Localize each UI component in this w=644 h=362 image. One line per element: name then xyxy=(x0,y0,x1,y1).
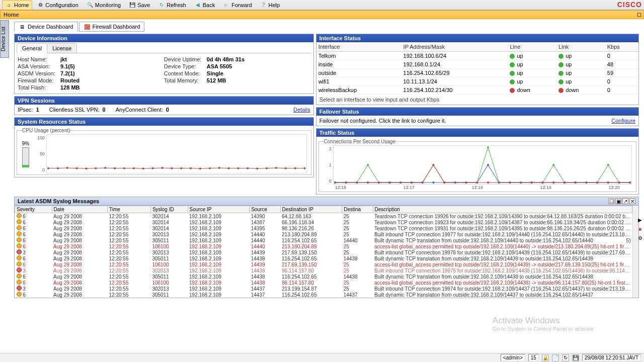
help-toolbar-button[interactable]: ?Help xyxy=(257,0,284,10)
syslog-detach-icon[interactable]: ↗ xyxy=(622,198,628,204)
refresh-icon: ↻ xyxy=(158,2,165,9)
device-info-key: ASDM Version: xyxy=(18,70,60,76)
device-info-key: Firewall Mode: xyxy=(18,77,60,83)
interface-row[interactable]: inside192.168.0.1/24upup48 xyxy=(316,60,638,69)
iface-column-header[interactable]: IP Address/Mask xyxy=(401,42,508,52)
svg-point-18 xyxy=(218,167,220,169)
svg-point-101 xyxy=(520,182,522,184)
syslog-row[interactable]: 6Aug 29 200812:20:55302014192.168.2.1091… xyxy=(15,219,632,225)
svg-point-92 xyxy=(421,182,423,184)
svg-point-19 xyxy=(228,167,230,169)
svg-point-4 xyxy=(85,167,87,169)
back-toolbar-button[interactable]: ◀Back xyxy=(191,0,218,10)
syslog-column-header[interactable]: Destina xyxy=(342,206,373,213)
vpn-session-label: AnyConnect Client: xyxy=(116,107,163,113)
syslog-row[interactable]: 3Aug 29 200812:20:55302013192.168.2.1091… xyxy=(15,267,632,274)
svg-point-89 xyxy=(388,182,390,184)
vpn-details-link[interactable]: Details xyxy=(293,107,310,113)
failover-status-title: Failover Status xyxy=(316,108,638,116)
tab-device-dashboard[interactable]: 🖥Device Dashboard xyxy=(14,22,78,32)
device-list-tab[interactable]: Device List xyxy=(0,20,9,58)
syslog-row[interactable]: 6Aug 29 200812:20:55106100192.168.2.1091… xyxy=(15,280,632,286)
interface-table[interactable]: InterfaceIP Address/MaskLineLinkKbpsTelk… xyxy=(316,42,638,95)
svg-point-14 xyxy=(180,167,182,169)
syslog-table[interactable]: SeverityDateTimeSyslog IDSource IPSource… xyxy=(15,206,632,298)
syslog-column-header[interactable]: Date xyxy=(52,206,107,213)
syslog-row[interactable]: 6Aug 29 200812:20:55302014192.168.2.1091… xyxy=(15,225,632,231)
syslog-row[interactable]: 6Aug 29 200812:20:55305011192.168.2.1091… xyxy=(15,274,632,280)
tab-general[interactable]: General xyxy=(17,43,47,53)
syslog-column-header[interactable]: Source xyxy=(250,206,280,213)
svg-point-93 xyxy=(432,164,434,166)
iface-column-header[interactable]: Kbps xyxy=(605,42,638,52)
svg-point-23 xyxy=(266,167,268,169)
interface-row[interactable]: outside116.254.102.65/29upup59 xyxy=(316,69,638,77)
syslog-row[interactable]: 3Aug 29 200812:20:55302013192.168.2.1091… xyxy=(15,286,632,292)
failover-configure-link[interactable]: Configure xyxy=(611,118,635,124)
svg-point-20 xyxy=(237,167,239,169)
side-gear-icon[interactable]: ⚙ xyxy=(636,234,643,241)
side-stop-icon[interactable]: ■ xyxy=(636,225,643,232)
side-play-icon[interactable]: ▶ xyxy=(636,216,643,223)
syslog-column-header[interactable]: Destination IP xyxy=(280,206,342,213)
interface-row[interactable]: wirelessBackup116.254.102.214/30downdown… xyxy=(316,86,638,95)
svg-point-10 xyxy=(142,167,144,169)
page-close-icon[interactable]: ☐ xyxy=(637,12,641,18)
vpn-session-item: AnyConnect Client: 0 xyxy=(116,107,169,113)
status-refresh-icon[interactable]: ↻ xyxy=(562,354,569,361)
svg-point-12 xyxy=(161,167,163,169)
svg-point-84 xyxy=(334,182,336,184)
back-icon: ◀ xyxy=(194,2,201,9)
syslog-column-header[interactable]: Source IP xyxy=(188,206,250,213)
status-savebar-icon[interactable]: 💾 xyxy=(572,354,579,361)
refresh-toolbar-button[interactable]: ↻Refresh xyxy=(154,0,190,10)
vpn-session-label: Clientless SSL VPN: xyxy=(49,107,100,113)
device-info-value: 9.1(5) xyxy=(60,63,75,69)
svg-point-3 xyxy=(76,167,78,169)
svg-point-102 xyxy=(530,182,532,184)
syslog-row[interactable]: 6Aug 29 200812:20:55305011192.168.2.1091… xyxy=(15,237,632,243)
device-info-value: 7.2(1) xyxy=(60,70,75,76)
vpn-session-label: IPsec: xyxy=(18,107,33,113)
device-info-value: 0d 4h 48m 31s xyxy=(207,56,245,62)
save-toolbar-button[interactable]: 💾Save xyxy=(125,0,153,10)
device-information-panel: Device Information General License Host … xyxy=(14,34,314,94)
configuration-toolbar-button[interactable]: ⚙Configuration xyxy=(33,0,82,10)
syslog-column-header[interactable]: Severity xyxy=(15,206,52,213)
tab-license[interactable]: License xyxy=(47,43,77,53)
syslog-column-header[interactable]: Description xyxy=(373,206,632,213)
forward-toolbar-button[interactable]: ▶Forward xyxy=(219,0,255,10)
syslog-row[interactable]: 6Aug 29 200812:20:55302013192.168.2.1091… xyxy=(15,231,632,237)
syslog-column-header[interactable]: Time xyxy=(108,206,151,213)
syslog-row[interactable]: 6Aug 29 200812:20:55305011192.168.2.1091… xyxy=(15,255,632,261)
svg-point-87 xyxy=(367,182,369,184)
monitoring-toolbar-button[interactable]: 🔍Monitoring xyxy=(83,0,124,10)
syslog-close-icon[interactable]: ✕ xyxy=(629,198,635,204)
interface-row[interactable]: Telkom192.168.100.6/24upup0 xyxy=(316,52,638,60)
device-info-row: Device Uptime:0d 4h 48m 31s xyxy=(164,56,310,62)
device-info-key: ASA Version: xyxy=(18,63,60,69)
syslog-restore-icon[interactable]: ☐ xyxy=(608,198,614,204)
svg-point-111 xyxy=(629,182,631,184)
syslog-row[interactable]: 6Aug 29 200812:20:55302014192.168.2.1091… xyxy=(15,213,632,220)
syslog-row[interactable]: 6Aug 29 200812:20:55106100192.168.2.1091… xyxy=(15,243,632,249)
forward-icon: ▶ xyxy=(223,2,230,9)
status-lock-icon[interactable]: 🔒 xyxy=(542,354,549,361)
status-cert-icon[interactable]: 📄 xyxy=(552,354,559,361)
home-toolbar-button[interactable]: ⌂Home xyxy=(2,0,32,10)
syslog-row[interactable]: 6Aug 29 200812:20:55305011192.168.2.1091… xyxy=(15,292,632,298)
syslog-maximize-icon[interactable]: ▣ xyxy=(615,198,621,204)
syslog-column-header[interactable]: Syslog ID xyxy=(150,206,188,213)
syslog-row[interactable]: 6Aug 29 200812:20:55106100192.168.2.1091… xyxy=(15,261,632,267)
iface-column-header[interactable]: Interface xyxy=(316,42,401,52)
interface-row[interactable]: wifi110.11.13.1/24upup0 xyxy=(316,77,638,86)
svg-point-110 xyxy=(618,182,620,184)
dashboard-tabs: 🖥Device Dashboard 🧱Firewall Dashboard xyxy=(10,20,643,32)
help-label: Help xyxy=(269,2,280,8)
syslog-row[interactable]: 3Aug 29 200812:20:55302013192.168.2.1091… xyxy=(15,249,632,255)
svg-point-86 xyxy=(356,182,358,184)
svg-point-103 xyxy=(541,182,543,184)
tab-firewall-dashboard[interactable]: 🧱Firewall Dashboard xyxy=(79,22,145,32)
iface-column-header[interactable]: Link xyxy=(556,42,605,52)
iface-column-header[interactable]: Line xyxy=(508,42,556,52)
